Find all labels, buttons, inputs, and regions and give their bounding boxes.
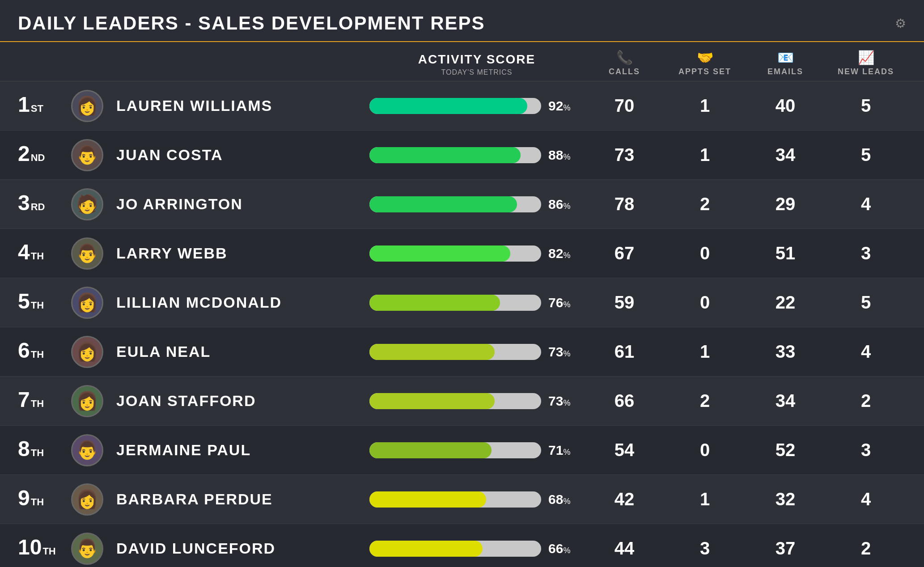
avatar: 👩 — [71, 483, 103, 516]
rank-number: 9 — [18, 486, 30, 510]
leaderboard: 1ST 👩 LAUREN WILLIAMS 92% 70 1 40 5 2ND … — [0, 81, 924, 567]
calls-value: 66 — [584, 391, 665, 411]
rep-name: DAVID LUNCEFORD — [107, 540, 369, 557]
table-row: 1ST 👩 LAUREN WILLIAMS 92% 70 1 40 5 — [0, 81, 924, 131]
score-cell: 66% — [369, 541, 584, 557]
leads-label: NEW LEADS — [838, 67, 894, 76]
rank-cell: 10TH — [18, 535, 67, 563]
progress-bar-background — [369, 344, 541, 360]
avatar: 🧑 — [71, 188, 103, 220]
emails-value: 29 — [745, 194, 826, 214]
appts-value: 2 — [665, 194, 745, 214]
table-row: 9TH 👩 BARBARA PERDUE 68% 42 1 32 4 — [0, 475, 924, 524]
appts-value: 2 — [665, 391, 745, 411]
rep-name: EULA NEAL — [107, 343, 369, 360]
progress-bar-fill — [369, 245, 510, 262]
table-row: 2ND 👨 JUAN COSTA 88% 73 1 34 5 — [0, 131, 924, 180]
leads-value: 5 — [826, 145, 906, 165]
handshake-icon: 🤝 — [697, 51, 713, 64]
progress-bar-background — [369, 147, 541, 163]
avatar: 👩 — [71, 90, 103, 122]
rep-name: JUAN COSTA — [107, 146, 369, 164]
progress-bar-fill — [369, 196, 517, 212]
avatar-cell: 👨 — [67, 139, 107, 171]
gear-icon[interactable]: ⚙ — [895, 16, 906, 31]
appts-value: 1 — [665, 489, 745, 509]
rank-cell: 7TH — [18, 387, 67, 415]
rank-cell: 3RD — [18, 190, 67, 218]
score-cell: 68% — [369, 491, 584, 508]
progress-bar-background — [369, 295, 541, 311]
avatar-cell: 👨 — [67, 533, 107, 565]
leads-value: 3 — [826, 440, 906, 460]
score-cell: 86% — [369, 196, 584, 212]
page-title: DAILY LEADERS - SALES DEVELOPMENT REPS — [18, 13, 485, 34]
progress-bar-fill — [369, 295, 500, 311]
emails-value: 51 — [745, 243, 826, 263]
rank-suffix: TH — [31, 300, 44, 311]
score-cell: 92% — [369, 98, 584, 114]
progress-bar-background — [369, 98, 541, 114]
avatar: 👨 — [71, 434, 103, 466]
score-percentage: 71% — [548, 443, 584, 458]
leads-value: 2 — [826, 538, 906, 559]
rank-suffix: TH — [31, 250, 44, 262]
appts-value: 3 — [665, 538, 745, 559]
column-headers: ACTIVITY SCORE TODAY'S METRICS 📞 CALLS 🤝… — [0, 42, 924, 81]
emails-value: 34 — [745, 145, 826, 165]
calls-column-header: 📞 CALLS — [584, 51, 665, 76]
calls-value: 54 — [584, 440, 665, 460]
rep-name: LILLIAN MCDONALD — [107, 294, 369, 311]
rank-suffix: TH — [31, 496, 44, 508]
calls-value: 44 — [584, 538, 665, 559]
progress-bar-fill — [369, 491, 486, 508]
leads-value: 2 — [826, 391, 906, 411]
score-cell: 82% — [369, 245, 584, 262]
emails-column-header: 📧 EMAILS — [745, 51, 826, 76]
appts-value: 0 — [665, 440, 745, 460]
rank-number: 3 — [18, 190, 30, 215]
score-percentage: 76% — [548, 295, 584, 310]
score-percentage: 73% — [548, 394, 584, 409]
calls-value: 61 — [584, 342, 665, 362]
avatar: 👩 — [71, 385, 103, 417]
appts-value: 1 — [665, 145, 745, 165]
rank-cell: 9TH — [18, 486, 67, 513]
avatar-cell: 👨 — [67, 237, 107, 270]
rank-number: 5 — [18, 289, 30, 313]
col-score-header: ACTIVITY SCORE TODAY'S METRICS — [369, 52, 584, 76]
rank-cell: 8TH — [18, 436, 67, 464]
emails-value: 40 — [745, 96, 826, 116]
appts-value: 1 — [665, 96, 745, 116]
appts-value: 0 — [665, 292, 745, 313]
table-row: 6TH 👩 EULA NEAL 73% 61 1 33 4 — [0, 327, 924, 377]
header: DAILY LEADERS - SALES DEVELOPMENT REPS ⚙ — [0, 0, 924, 42]
score-percentage: 86% — [548, 197, 584, 212]
emails-value: 32 — [745, 489, 826, 509]
progress-bar-fill — [369, 344, 495, 360]
leads-value: 4 — [826, 342, 906, 362]
table-row: 8TH 👨 JERMAINE PAUL 71% 54 0 52 3 — [0, 426, 924, 475]
emails-value: 52 — [745, 440, 826, 460]
emails-label: EMAILS — [767, 67, 803, 76]
rank-suffix: TH — [42, 546, 55, 557]
activity-score-label: ACTIVITY SCORE — [418, 52, 535, 67]
table-row: 7TH 👩 JOAN STAFFORD 73% 66 2 34 2 — [0, 377, 924, 426]
score-cell: 76% — [369, 295, 584, 311]
avatar: 👨 — [71, 139, 103, 171]
rank-suffix: TH — [31, 349, 44, 360]
avatar: 👨 — [71, 533, 103, 565]
rank-number: 1 — [18, 92, 30, 117]
appts-value: 1 — [665, 342, 745, 362]
progress-bar-background — [369, 491, 541, 508]
score-percentage: 73% — [548, 344, 584, 360]
calls-label: CALLS — [609, 67, 640, 76]
emails-value: 22 — [745, 292, 826, 313]
rank-suffix: RD — [31, 201, 45, 213]
leads-value: 3 — [826, 243, 906, 263]
score-cell: 71% — [369, 442, 584, 458]
avatar-cell: 👩 — [67, 385, 107, 417]
rep-name: LAUREN WILLIAMS — [107, 97, 369, 114]
score-cell: 88% — [369, 147, 584, 163]
appts-column-header: 🤝 APPTS SET — [665, 51, 745, 76]
